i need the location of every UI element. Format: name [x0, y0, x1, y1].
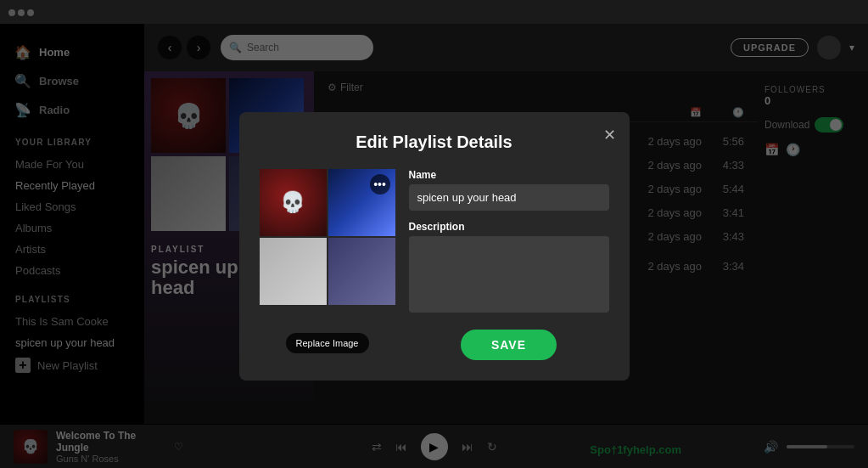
name-label: Name [409, 169, 609, 181]
modal-overlay[interactable]: Edit Playlist Details ✕ 💀 ••• Replace Im… [0, 24, 868, 468]
replace-image-button[interactable]: Replace Image [286, 333, 369, 353]
title-bar [0, 0, 868, 24]
modal-form: Name Description SAVE [409, 169, 609, 360]
dots-button[interactable]: ••• [370, 174, 390, 195]
modal-album-cell-4 [328, 238, 395, 305]
save-button[interactable]: SAVE [461, 330, 557, 360]
modal-body: 💀 ••• Replace Image Name Description SAV… [260, 169, 609, 360]
modal-album-cell-3 [260, 238, 327, 305]
save-btn-wrap: SAVE [409, 330, 609, 360]
window-controls[interactable] [8, 4, 36, 20]
playlist-name-input[interactable] [409, 184, 609, 211]
modal-image-area: 💀 ••• Replace Image [260, 169, 395, 360]
modal-title: Edit Playlist Details [260, 133, 609, 152]
modal-close-button[interactable]: ✕ [603, 126, 616, 144]
playlist-description-input[interactable] [409, 236, 609, 313]
description-label: Description [409, 221, 609, 233]
edit-playlist-modal: Edit Playlist Details ✕ 💀 ••• Replace Im… [239, 112, 630, 381]
modal-album-cell-1: 💀 [260, 169, 327, 236]
